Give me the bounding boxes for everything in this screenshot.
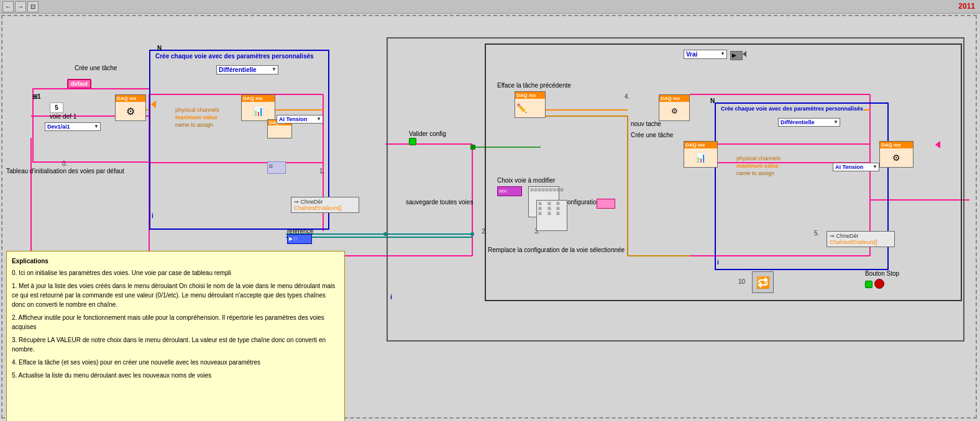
abc-indicator[interactable]: abc <box>497 186 522 196</box>
cree-chaque-voie-left: Crée chaque voie avec des paramètres per… <box>155 53 314 60</box>
nouv-tache-label: nouv tache <box>631 120 661 127</box>
explanation-text-5: 5. Actualise la liste du menu déroulant … <box>12 371 339 380</box>
connector-box-1: ⊡ <box>267 161 286 174</box>
chne-der-block-right[interactable]: ⇒ ChneDér ChaînesEtValeurs[] <box>827 231 895 247</box>
toolbar: ← → ⊡ 2011 <box>0 0 980 14</box>
differentielle-dropdown-right[interactable]: Différentielle <box>778 118 840 127</box>
year-label: 2011 <box>958 2 975 11</box>
cree-tache-middle: Crée une tâche <box>631 132 673 138</box>
vrai-arrow: ▶ <box>730 51 743 60</box>
num-0-label: 0. <box>62 160 67 167</box>
explanation-text-4: 4. Efface la tâche (et ses voies) pour e… <box>12 358 339 367</box>
voie-def-label: voie def 1 <box>50 113 76 120</box>
main-canvas: Crée une tâche defaut ⊞1 5 voie def 1 De… <box>0 14 980 421</box>
explanation-text-0: 0. Ici on initialise les paramètres des … <box>12 268 339 278</box>
valider-config-label: Valider config <box>409 130 446 137</box>
explanation-box: Explications 0. Ici on initialise les pa… <box>6 251 345 421</box>
tableau-label: Tableau d'initialisation des voies par d… <box>6 168 143 174</box>
daqmx-right-2[interactable]: DAQ mx ⚙ <box>879 141 914 168</box>
remplace-config-label: Remplace la configuration de la voie sél… <box>488 247 724 253</box>
value-5[interactable]: 5 <box>50 102 63 113</box>
back-button[interactable]: ← <box>2 1 14 12</box>
differentielle-dropdown-left[interactable]: Différentielle <box>216 65 278 75</box>
explanation-text-2: 2. Afficheur inutile pour le fonctionnem… <box>12 313 339 332</box>
config-small-box[interactable] <box>597 199 615 209</box>
chne-der-block-left[interactable]: ⇒ ChneDér ChaînesEtValeurs[] <box>291 197 359 213</box>
explanation-title: Explications <box>12 256 339 266</box>
cree-chaque-voie-right: Crée chaque voie avec des paramètres per… <box>721 106 863 112</box>
cree-tache-label-left: Crée une tâche <box>75 65 117 71</box>
num-1-icon: ⊞1 <box>32 93 41 100</box>
num-4-label: 4. <box>625 93 630 100</box>
dot-green-1 <box>470 145 475 150</box>
stop-green-indicator[interactable] <box>865 281 872 288</box>
num-5-label: 5. <box>814 230 819 237</box>
daqmx-left-2[interactable]: DAQ mx 📊 <box>241 94 275 121</box>
matrix-block-right: ⊠⊠⊠ ⊠⊠⊠ ⊠⊠⊠ <box>536 200 567 231</box>
vrai-dropdown[interactable]: Vrai <box>684 50 727 59</box>
explanation-text-1: 1. Met à jour la liste des voies créés d… <box>12 281 339 309</box>
efface-tache-label: Efface la tâche précédente <box>497 82 571 89</box>
physical-channels-right: physical channels <box>736 155 781 161</box>
forward-button[interactable]: → <box>15 1 26 12</box>
choix-voie-label: Choix voie à modifier <box>497 177 555 184</box>
daqmx-connector-right <box>935 141 940 148</box>
dev1-dropdown[interactable]: Dev1/ai1 <box>45 122 101 131</box>
i-label-left: i <box>152 212 153 219</box>
valider-config-green <box>409 138 416 145</box>
defaut-block[interactable]: defaut <box>67 79 91 89</box>
maximum-value-left: maximum value <box>175 114 218 120</box>
loop-counter-icon: 🔁 <box>752 271 774 293</box>
explanation-text-3: 3. Récupère LA VALEUR de notre choix dan… <box>12 335 339 354</box>
bouton-stop-row <box>865 279 884 290</box>
daqmx-connector-left <box>151 101 156 108</box>
daqmx-middle-erase[interactable]: DAQ mx ⚙ <box>659 94 690 121</box>
maximum-value-right: maximum value <box>736 163 779 169</box>
daqmx-middle-1[interactable]: DAQ mx ✏️ <box>515 91 546 118</box>
ai-tension-dropdown-right[interactable]: AI Tension <box>833 163 879 171</box>
daqmx-left-1[interactable]: DAQ mx ⚙ <box>115 94 146 121</box>
num-10-label: 10 <box>738 278 745 285</box>
num-1-label: 1. <box>319 168 324 174</box>
reference-box[interactable]: ▶ □ <box>287 234 312 244</box>
stop-red-indicator[interactable] <box>874 279 884 289</box>
target-button[interactable]: ⊡ <box>27 1 39 12</box>
bouton-stop-label: Bouton Stop <box>865 270 899 277</box>
i-label-outer: i <box>390 293 392 301</box>
valider-config-indicator <box>409 138 416 145</box>
i-label-right: i <box>717 259 719 266</box>
ai-tension-dropdown-left[interactable]: AI Tension <box>277 115 323 124</box>
sauvegarde-label: sauvegarde toutes voies <box>406 199 473 206</box>
name-to-assign-right: name to assign <box>736 170 774 176</box>
num-2-label: 2. <box>482 228 487 235</box>
physical-channels-left: physical channels <box>175 107 219 113</box>
name-to-assign-left: name to assign <box>175 122 213 128</box>
configuration-label: configuration <box>564 199 600 206</box>
daqmx-right-1[interactable]: DAQ mx 📊 <box>684 141 718 168</box>
vrai-connector <box>743 51 746 57</box>
